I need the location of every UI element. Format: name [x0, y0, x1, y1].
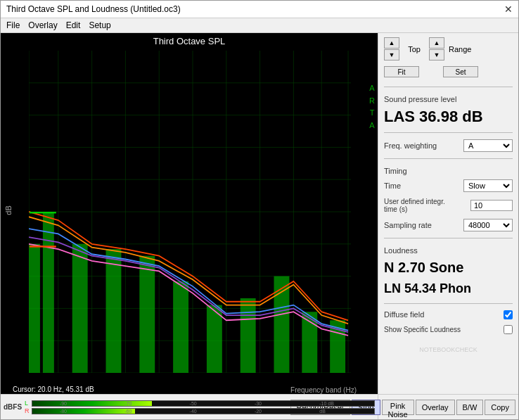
- top-down-button[interactable]: ▼: [384, 49, 399, 61]
- menu-edit[interactable]: Edit: [66, 20, 81, 30]
- chart-wrapper: dB ARTA: [1, 48, 378, 394]
- svg-rect-55: [30, 212, 56, 213]
- svg-rect-46: [106, 249, 122, 373]
- top-label: Top: [404, 45, 425, 53]
- l-channel-label: L: [25, 400, 30, 407]
- freq-weighting-label: Freq. weighting: [384, 141, 437, 150]
- diffuse-field-row: Diffuse field: [384, 310, 513, 319]
- chart-area: Third Octave SPL dB ARTA: [1, 33, 378, 394]
- cursor-text: Cursor: 20.0 Hz, 45.31 dB: [11, 385, 96, 394]
- title-bar: Third Octave SPL and Loudness (Untitled.…: [1, 1, 518, 18]
- main-content: Third Octave SPL dB ARTA: [1, 33, 518, 394]
- svg-rect-44: [43, 212, 54, 373]
- chart-title: Third Octave SPL: [1, 33, 378, 48]
- range-up-button[interactable]: ▲: [429, 37, 444, 49]
- show-specific-row: Show Specific Loudness: [384, 325, 513, 334]
- user-integr-input[interactable]: [470, 200, 513, 211]
- footer-row: dBFS L -90 -70 -50 -30 -10 dB: [1, 394, 518, 419]
- range-label: Range: [449, 45, 471, 53]
- loudness-ln-value: LN 54.34 Phon: [384, 281, 513, 297]
- loudness-n-value: N 2.70 Sone: [384, 259, 513, 276]
- chart-svg: 100.0 90.0 80.0 70.0 60.0 50.0 40.0 30.0…: [29, 51, 358, 373]
- main-window: Third Octave SPL and Loudness (Untitled.…: [0, 0, 519, 420]
- spl-label: Sound pressure level: [384, 95, 513, 103]
- svg-rect-50: [241, 298, 256, 373]
- window-title: Third Octave SPL and Loudness (Untitled.…: [6, 4, 181, 14]
- show-specific-checkbox[interactable]: [504, 325, 513, 334]
- right-panel: ▲ ▼ Top ▲ ▼ Range Fit Set Sound pressure…: [378, 33, 518, 394]
- svg-rect-51: [274, 276, 290, 373]
- loudness-label: Loudness: [384, 246, 513, 255]
- action-buttons: Record/Reset Stop Pink Noise Overlay B/W…: [378, 395, 518, 419]
- menu-setup[interactable]: Setup: [89, 20, 110, 30]
- freq-weighting-row: Freq. weighting A B C Z: [384, 139, 513, 152]
- set-button[interactable]: Set: [443, 66, 478, 77]
- diffuse-field-checkbox[interactable]: [504, 310, 513, 319]
- r-meter-fill: [32, 409, 135, 414]
- bw-button[interactable]: B/W: [456, 400, 484, 415]
- time-row: Time Slow Fast Impulse: [384, 179, 513, 192]
- l-meter-bg: -90 -70 -50 -30 -10 dB: [32, 400, 375, 407]
- close-button[interactable]: ✕: [504, 4, 513, 15]
- sampling-row: Sampling rate 44100 48000 96000: [384, 219, 513, 231]
- l-meter-fill: [32, 401, 152, 406]
- svg-rect-45: [72, 244, 88, 373]
- svg-rect-43: [29, 244, 40, 373]
- copy-button[interactable]: Copy: [485, 400, 515, 415]
- time-select[interactable]: Slow Fast Impulse: [463, 179, 513, 192]
- spl-value: LAS 36.98 dB: [384, 108, 513, 126]
- pink-noise-button[interactable]: Pink Noise: [382, 400, 414, 415]
- menu-bar: File Overlay Edit Setup: [1, 18, 518, 33]
- watermark: NOTEBOOKCHECK: [384, 344, 513, 354]
- r-channel-label: R: [25, 407, 30, 414]
- overlay-button[interactable]: Overlay: [416, 400, 455, 415]
- freq-weighting-select[interactable]: A B C Z: [463, 139, 513, 152]
- y-axis-label: dB: [4, 205, 13, 215]
- svg-rect-54: [30, 246, 56, 247]
- sampling-label: Sampling rate: [384, 221, 432, 229]
- svg-rect-48: [173, 281, 188, 373]
- user-integr-label: User defined integr. time (s): [384, 198, 447, 213]
- range-down-button[interactable]: ▼: [429, 49, 444, 61]
- timing-label: Timing: [384, 167, 513, 175]
- r-meter-bg: -80 -60 -40 -20 dB: [32, 408, 375, 414]
- show-specific-label: Show Specific Loudness: [384, 326, 461, 333]
- dbfs-label: dBFS: [4, 403, 23, 411]
- sampling-select[interactable]: 44100 48000 96000: [463, 219, 513, 231]
- x-axis-label: Frequency band (Hz): [290, 386, 357, 394]
- diffuse-field-label: Diffuse field: [384, 310, 424, 319]
- fit-button[interactable]: Fit: [384, 66, 419, 77]
- time-label: Time: [384, 182, 401, 190]
- menu-file[interactable]: File: [6, 20, 20, 30]
- arta-label: ARTA: [369, 82, 375, 132]
- user-integr-row: User defined integr. time (s): [384, 198, 513, 213]
- top-up-button[interactable]: ▲: [384, 37, 399, 49]
- menu-overlay[interactable]: Overlay: [28, 20, 57, 30]
- svg-rect-47: [139, 256, 155, 373]
